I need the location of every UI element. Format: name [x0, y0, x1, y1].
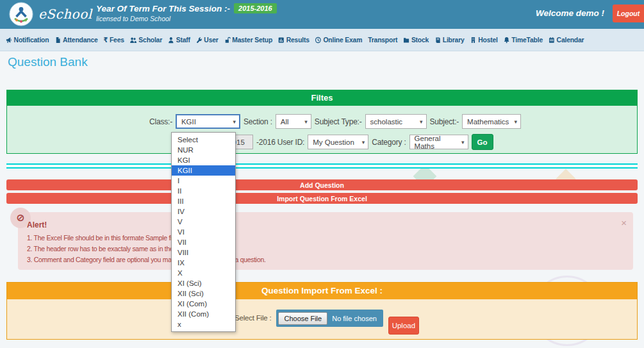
- folder-icon: [403, 37, 409, 44]
- class-option[interactable]: XI (Com): [172, 299, 235, 309]
- nav-item-stock[interactable]: Stock: [402, 36, 429, 44]
- padlock-icon: [224, 37, 231, 44]
- nav-item-transport[interactable]: Transport: [367, 36, 399, 44]
- app-header: eSchool Year Of Term For This Session :-…: [0, 0, 644, 29]
- import-question-button[interactable]: Import Question From Excel: [6, 193, 638, 204]
- subject-type-label: Subject Type:-: [315, 117, 362, 126]
- category-label: Category :: [372, 138, 406, 147]
- nav-item-results[interactable]: Results: [277, 36, 310, 44]
- subject-select[interactable]: Mathematics: [462, 114, 521, 129]
- class-option[interactable]: NUR: [172, 145, 235, 155]
- nav-item-library[interactable]: Library: [433, 36, 465, 44]
- page: eSchool Year Of Term For This Session :-…: [0, 0, 644, 348]
- clock-icon: [315, 37, 322, 44]
- nav-item-notification[interactable]: Notification: [4, 36, 50, 44]
- class-dropdown-list: SelectNURKGIKGIIIIIIIIIVVVIVIIVIIIIXXXI …: [171, 132, 236, 332]
- nav-item-online-exam[interactable]: Online Exam: [314, 36, 363, 44]
- users-icon: [130, 37, 137, 44]
- class-option[interactable]: x: [172, 319, 235, 329]
- session-block: Year Of Term For This Session :- 2015-20…: [96, 3, 277, 22]
- welcome-text: Welcome demo !: [536, 8, 604, 18]
- bell-icon: [504, 37, 510, 44]
- class-option[interactable]: Select: [172, 135, 235, 145]
- main-nav: Notification Attendance ₹ Fees Scholar S…: [0, 29, 644, 51]
- class-option[interactable]: III: [172, 196, 235, 206]
- filters-row-2: 2015 -2016 User ID: My Question Category…: [7, 134, 493, 150]
- user-icon: [168, 37, 174, 44]
- class-option[interactable]: IV: [172, 206, 235, 217]
- file-input[interactable]: Choose File No file chosen: [276, 310, 383, 327]
- class-select[interactable]: KGII: [176, 114, 240, 129]
- class-option[interactable]: VIII: [172, 247, 235, 258]
- filters-row-1: Class:- KGII Section : All Subject Type:…: [7, 114, 521, 129]
- eschool-logo-icon: [9, 2, 33, 26]
- class-option[interactable]: KGI: [172, 155, 235, 165]
- licensed-text: licensed to Demo School: [96, 15, 277, 22]
- nav-item-calendar[interactable]: Calendar: [547, 36, 585, 44]
- class-option[interactable]: V: [172, 217, 235, 227]
- subject-label: Subject:-: [430, 117, 459, 126]
- session-label: Year Of Term For This Session :-: [96, 4, 230, 13]
- nav-item-scholar[interactable]: Scholar: [129, 36, 163, 44]
- import-row: Select File : Choose File No file chosen…: [235, 310, 419, 335]
- nav-item-timetable[interactable]: TimeTable: [502, 36, 544, 44]
- class-option[interactable]: XI (Sci): [172, 278, 235, 288]
- add-question-button[interactable]: Add Question: [6, 179, 638, 190]
- class-option[interactable]: I: [172, 176, 235, 186]
- class-option[interactable]: VI: [172, 227, 235, 237]
- nav-item-user[interactable]: User: [195, 36, 220, 44]
- rupee-icon: ₹: [104, 36, 108, 44]
- alert-title: Alert!: [27, 220, 47, 229]
- brand-logo: eSchool: [9, 2, 92, 26]
- class-option[interactable]: XII (Sci): [172, 288, 235, 299]
- user-id-select[interactable]: My Question: [308, 135, 368, 149]
- nav-item-staff[interactable]: Staff: [167, 36, 191, 44]
- nav-item-attendance[interactable]: Attendance: [54, 36, 99, 44]
- nav-item-hostel[interactable]: Hostel: [469, 36, 499, 44]
- filters-panel-title: Filtes: [7, 90, 637, 106]
- choose-file-button[interactable]: Choose File: [278, 312, 327, 325]
- class-option[interactable]: IX: [172, 258, 235, 268]
- upload-button[interactable]: Upload: [388, 317, 419, 335]
- section-label: Section :: [244, 117, 272, 126]
- cyan-divider: [6, 163, 638, 169]
- nav-item-master-setup[interactable]: Master Setup: [223, 36, 274, 44]
- class-option[interactable]: XII (Com): [172, 309, 235, 319]
- session-year-badge: 2015-2016: [234, 3, 277, 13]
- logout-button[interactable]: Logout: [613, 4, 644, 22]
- subject-type-select[interactable]: scholastic: [365, 114, 427, 129]
- category-select[interactable]: General Maths: [409, 135, 468, 149]
- section-select[interactable]: All: [276, 114, 311, 129]
- import-panel: Question Import From Excel : Select File…: [6, 282, 638, 340]
- building-icon: [470, 37, 477, 44]
- bar-chart-icon: [278, 37, 285, 44]
- select-file-label: Select File :: [235, 310, 271, 327]
- filters-panel: Filtes Class:- KGII Section : All Subjec…: [6, 90, 638, 154]
- class-label: Class:-: [149, 117, 172, 126]
- class-option[interactable]: II: [172, 186, 235, 196]
- book-icon: [434, 37, 441, 44]
- document-icon: [54, 37, 61, 44]
- calendar-icon: [549, 37, 555, 44]
- nav-item-fees[interactable]: ₹ Fees: [103, 36, 126, 44]
- alert-close-button[interactable]: ×: [621, 217, 627, 228]
- wrench-icon: [196, 37, 202, 44]
- class-option[interactable]: X: [172, 268, 235, 278]
- page-title: Question Bank: [8, 55, 88, 69]
- alert-box: ⊘ Alert! 1. The Excel File should be in …: [18, 212, 633, 270]
- brand-name: eSchool: [38, 6, 92, 22]
- go-button[interactable]: Go: [472, 134, 493, 150]
- no-file-text: No file chosen: [332, 315, 377, 322]
- class-option[interactable]: VII: [172, 237, 235, 247]
- class-option[interactable]: KGII: [172, 165, 235, 176]
- import-panel-title: Question Import From Excel :: [7, 283, 637, 299]
- megaphone-icon: [6, 37, 12, 44]
- user-id-label: -2016 User ID:: [256, 138, 304, 147]
